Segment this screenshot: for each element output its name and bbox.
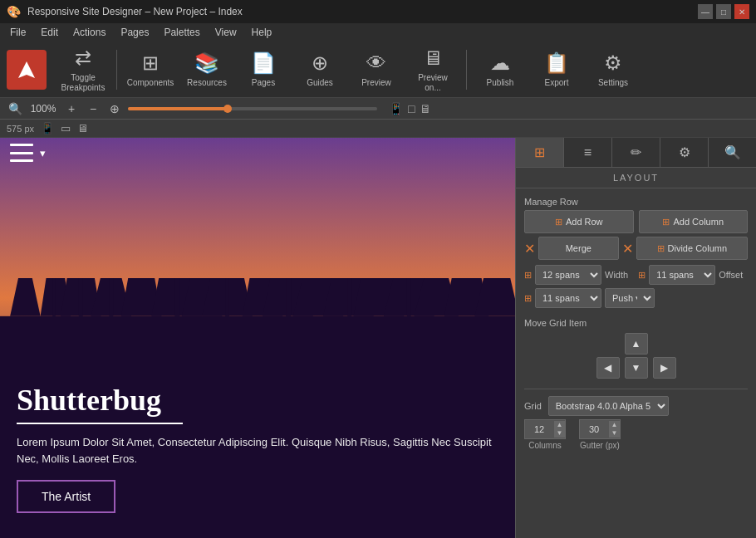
publish-button[interactable]: ☁ Publish xyxy=(474,46,527,94)
gutter-down-button[interactable]: ▼ xyxy=(609,429,621,438)
arrow-down-button[interactable]: ▼ xyxy=(625,357,648,379)
components-label: Components xyxy=(127,78,174,88)
columns-down-button[interactable]: ▼ xyxy=(554,429,566,438)
desktop-device-icon[interactable]: 🖥 xyxy=(420,102,431,115)
offset-icon: ⊞ xyxy=(638,270,646,281)
toggle-breakpoints-button[interactable]: ⇄ Toggle Breakpoints xyxy=(56,46,110,94)
hamburger-menu[interactable] xyxy=(10,144,33,162)
window-controls: — □ ✕ xyxy=(698,4,749,19)
preview-on-label: Preview on... xyxy=(410,73,456,93)
push-icon: ⊞ xyxy=(524,293,532,304)
columns-input[interactable] xyxy=(525,424,554,434)
zoom-out-button[interactable]: 🔍 xyxy=(7,100,23,117)
merge-left-icon: ✕ xyxy=(524,241,535,257)
columns-up-button[interactable]: ▲ xyxy=(554,421,566,429)
pages-button[interactable]: 📄 Pages xyxy=(237,46,290,94)
preview-on-button[interactable]: 🖥 Preview on... xyxy=(406,46,459,94)
grid-framework-select[interactable]: Bootstrap 4.0.0 Alpha 5 xyxy=(548,396,669,416)
gutter-input[interactable] xyxy=(580,424,609,434)
preview-content: Shutterbug Lorem Ipsum Dolor Sit Amet, C… xyxy=(17,383,498,513)
gutter-value: ▲ ▼ xyxy=(579,419,621,439)
resources-button[interactable]: 📚 Resources xyxy=(180,46,233,94)
close-button[interactable]: ✕ xyxy=(734,4,749,19)
menu-file[interactable]: File xyxy=(3,25,32,40)
arrow-left-button[interactable]: ◀ xyxy=(596,357,620,379)
device-tablet-icon: ▭ xyxy=(61,122,71,134)
app-icon: 🎨 xyxy=(7,5,21,18)
tab-style[interactable]: ✏ xyxy=(612,138,660,167)
spans-11-offset-select[interactable]: 11 spans xyxy=(649,265,715,285)
preview-button[interactable]: 👁 Preview xyxy=(350,46,403,94)
hamburger-line-1 xyxy=(10,144,33,146)
divide-column-button[interactable]: ⊞ Divide Column xyxy=(636,237,748,260)
zoom-slider[interactable] xyxy=(128,107,377,110)
svg-rect-24 xyxy=(347,278,351,316)
menu-pages[interactable]: Pages xyxy=(114,25,155,40)
device-icons: 📱 □ 🖥 xyxy=(389,102,431,115)
arrow-up-button[interactable]: ▲ xyxy=(625,333,648,355)
add-row-icon: ⊞ xyxy=(555,217,562,227)
settings-label: Settings xyxy=(598,78,628,88)
toolbar: ⇄ Toggle Breakpoints ⊞ Components 📚 Reso… xyxy=(0,42,756,98)
menu-actions[interactable]: Actions xyxy=(66,25,112,40)
divide-column-label: Divide Column xyxy=(668,243,728,253)
resources-label: Resources xyxy=(187,78,227,88)
device-phone-icon: 📱 xyxy=(41,122,54,134)
toolbar-separator-2 xyxy=(466,50,467,90)
tab-layout[interactable]: ⊞ xyxy=(516,138,564,167)
canvas-area[interactable]: ▾ Shutterbug Lorem Ipsum Dolor Sit Amet,… xyxy=(0,138,515,538)
svg-rect-25 xyxy=(407,278,411,316)
tablet-device-icon[interactable]: □ xyxy=(408,102,415,115)
zoom-progress-fill xyxy=(128,107,228,110)
panel-tabs: ⊞ ≡ ✏ ⚙ 🔍 xyxy=(516,138,756,168)
maximize-button[interactable]: □ xyxy=(716,4,731,19)
arrow-right-button[interactable]: ▶ xyxy=(653,357,676,379)
menu-palettes[interactable]: Palettes xyxy=(157,25,206,40)
panel-title: LAYOUT xyxy=(516,168,756,188)
svg-rect-19 xyxy=(79,278,83,316)
the-artist-button[interactable]: The Artist xyxy=(17,480,115,513)
arrow-top-row: ▲ xyxy=(625,333,648,355)
mobile-device-icon[interactable]: 📱 xyxy=(389,102,403,115)
add-column-label: Add Column xyxy=(673,217,724,227)
right-panel: ⊞ ≡ ✏ ⚙ 🔍 LAYOUT Manage Row ⊞ Add Row ⊞ … xyxy=(515,138,756,538)
toggle-breakpoints-icon: ⇄ xyxy=(75,46,91,70)
merge-label: Merge xyxy=(566,243,592,253)
title-bar: 🎨 Responsive Site Designer – New Project… xyxy=(0,0,756,23)
components-button[interactable]: ⊞ Components xyxy=(124,46,177,94)
menu-edit[interactable]: Edit xyxy=(34,25,65,40)
menu-view[interactable]: View xyxy=(209,25,243,40)
merge-divide-row: ✕ Merge ✕ ⊞ Divide Column xyxy=(524,237,748,260)
guides-icon: ⊕ xyxy=(312,51,328,75)
push-select[interactable]: Push ▾ xyxy=(605,288,655,308)
spans-11-push-select[interactable]: 11 spans xyxy=(535,288,601,308)
menu-help[interactable]: Help xyxy=(245,25,279,40)
export-button[interactable]: 📋 Export xyxy=(530,46,583,94)
publish-label: Publish xyxy=(487,78,514,88)
manage-row-section: Manage Row ⊞ Add Row ⊞ Add Column ✕ Merg… xyxy=(524,197,748,308)
tab-search[interactable]: 🔍 xyxy=(709,138,756,167)
preview-title: Shutterbug xyxy=(17,383,498,418)
preview-nav: ▾ xyxy=(0,138,515,168)
settings-button[interactable]: ⚙ Settings xyxy=(587,46,640,94)
tab-content[interactable]: ≡ xyxy=(564,138,612,167)
gutter-up-button[interactable]: ▲ xyxy=(609,421,621,429)
zoom-in-button[interactable]: + xyxy=(63,100,80,117)
zoom-reset-button[interactable]: ⊕ xyxy=(106,100,123,117)
add-row-button[interactable]: ⊞ Add Row xyxy=(524,210,634,233)
preview-body-text: Lorem Ipsum Dolor Sit Amet, Consectetur … xyxy=(17,434,498,467)
add-row-column-row: ⊞ Add Row ⊞ Add Column xyxy=(524,210,748,233)
toolbar-separator-1 xyxy=(116,50,117,90)
spans-width-row: ⊞ 12 spans Width ⊞ 11 spans Offset xyxy=(524,265,748,285)
guides-button[interactable]: ⊕ Guides xyxy=(293,46,346,94)
spans-12-select[interactable]: 12 spans xyxy=(535,265,601,285)
zoom-fit-button[interactable]: − xyxy=(85,100,101,117)
settings-icon: ⚙ xyxy=(604,51,622,75)
svg-marker-4 xyxy=(10,278,40,316)
tab-behavior[interactable]: ⚙ xyxy=(660,138,709,167)
minimize-button[interactable]: — xyxy=(698,4,713,19)
preview-label: Preview xyxy=(361,78,391,88)
merge-button[interactable]: Merge xyxy=(538,237,619,260)
size-bar: 575 px 📱 ▭ 🖥 xyxy=(0,120,756,138)
add-column-button[interactable]: ⊞ Add Column xyxy=(639,210,749,233)
